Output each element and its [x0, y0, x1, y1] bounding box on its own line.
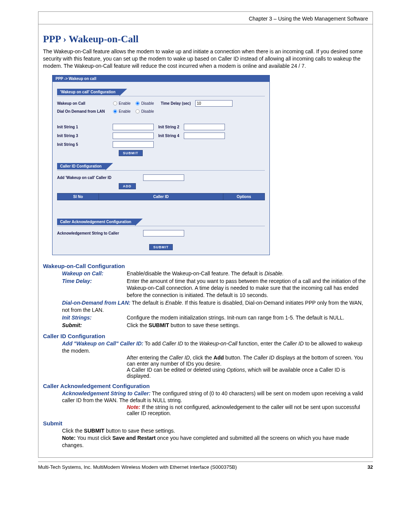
- def-body: Click the SUBMIT button to save these se…: [62, 427, 368, 435]
- def-body: Click the SUBMIT button to save these se…: [127, 322, 368, 329]
- term-submit: Submit:: [62, 322, 127, 329]
- section-heading: Submit: [43, 420, 368, 427]
- wakeup-disable-radio[interactable]: Disable: [135, 101, 154, 106]
- page-number: 32: [368, 464, 373, 470]
- th-slno: Sl No: [57, 193, 99, 200]
- section-caller-id-config: Caller ID Configuration: [57, 163, 105, 169]
- init-string-1-label: Init String 1: [57, 125, 110, 129]
- section-heading: Caller Acknowledgement Configuration: [43, 383, 368, 389]
- section-heading: Wakeup-on-Call Configuration: [43, 263, 368, 269]
- breadcrumb: PPP -> Wakeup on call: [53, 75, 269, 82]
- def-body: Enter the amount of time that you want t…: [127, 278, 368, 299]
- note-label: Note:: [127, 404, 140, 410]
- def-body: A Caller ID can be edited or deleted usi…: [127, 367, 368, 379]
- add-button[interactable]: ADD: [119, 183, 136, 189]
- submit-button[interactable]: SUBMIT: [149, 244, 173, 250]
- add-caller-id-label: Add 'Wakeup on call' Caller ID: [57, 176, 141, 180]
- def-body: Enable/disable the Wakeup-on-Call featur…: [127, 270, 368, 277]
- radio-label-enable: Enable: [119, 101, 131, 105]
- def-body: Note: If the string is not configured, a…: [127, 404, 368, 416]
- wakeup-enable-radio[interactable]: Enable: [113, 101, 131, 106]
- def-body: Configure the modem initialization strin…: [127, 314, 368, 321]
- page-title: PPP › Wakeup-on-Call: [43, 34, 368, 45]
- add-caller-id-input[interactable]: [143, 174, 184, 181]
- init-string-5-input[interactable]: [113, 141, 154, 148]
- def-body: Acknowledgement String to Caller: The co…: [62, 390, 368, 404]
- init-string-5-label: Init String 5: [57, 142, 110, 147]
- term-ack-string: Acknowledgement String to Caller:: [62, 390, 151, 396]
- def-body: After entering the Caller ID, click the …: [127, 355, 368, 367]
- init-string-2-label: Init String 2: [158, 125, 179, 129]
- def-body: Add "Wakeup on Call" Caller ID: To add C…: [62, 340, 368, 355]
- dod-enable-radio[interactable]: Enable: [113, 109, 131, 114]
- ack-string-label: Acknowledgement String to Caller: [57, 231, 141, 235]
- init-string-3-label: Init String 3: [57, 134, 110, 138]
- term-wakeup-on-call: Wakeup on Call:: [62, 270, 127, 277]
- radio-label-disable: Disable: [141, 101, 154, 105]
- time-delay-label: Time Delay (sec): [161, 101, 191, 105]
- embedded-screenshot: PPP -> Wakeup on call 'Wakeup on call' C…: [52, 75, 270, 255]
- ack-string-input[interactable]: [143, 230, 184, 236]
- init-string-1-input[interactable]: [113, 124, 154, 130]
- section-wakeup-config: 'Wakeup on call' Configuration: [57, 89, 119, 95]
- time-delay-input[interactable]: [195, 100, 233, 107]
- footer-text: Multi-Tech Systems, Inc. MultiModem Wire…: [38, 464, 237, 470]
- term-dial-on-demand: Dial-on-Demand from LAN:: [62, 300, 131, 306]
- radio-label-enable: Enable: [119, 109, 131, 113]
- dod-disable-radio[interactable]: Disable: [135, 109, 154, 114]
- init-string-2-input[interactable]: [184, 124, 225, 130]
- th-caller-id: Caller ID: [99, 193, 223, 200]
- th-options: Options: [223, 193, 265, 200]
- radio-label-disable: Disable: [141, 109, 154, 113]
- term-time-delay: Time Delay:: [62, 278, 127, 299]
- dial-on-demand-label: Dial On Demand from LAN: [57, 109, 110, 113]
- submit-button[interactable]: SUBMIT: [119, 150, 143, 156]
- def-body: Dial-on-Demand from LAN: The default is …: [62, 299, 368, 314]
- caller-id-table: Sl No Caller ID Options: [57, 193, 265, 200]
- term-init-strings: Init Strings:: [62, 314, 127, 321]
- term-add-caller-id: Add "Wakeup on Call" Caller ID:: [62, 340, 143, 347]
- chapter-header: Chapter 3 – Using the Web Management Sof…: [38, 12, 373, 24]
- section-heading: Caller ID Configuration: [43, 333, 368, 339]
- init-string-4-input[interactable]: [184, 133, 225, 139]
- init-string-4-label: Init String 4: [158, 134, 179, 138]
- section-caller-ack-config: Caller Acknowledgement Configuration: [57, 219, 135, 225]
- intro-paragraph: The Wakeup-on-Call feature allows the mo…: [43, 48, 368, 70]
- wakeup-on-call-label: Wakeup on Call: [57, 101, 110, 105]
- def-body: Note: You must click Save and Restart on…: [62, 435, 368, 449]
- init-string-3-input[interactable]: [113, 133, 154, 139]
